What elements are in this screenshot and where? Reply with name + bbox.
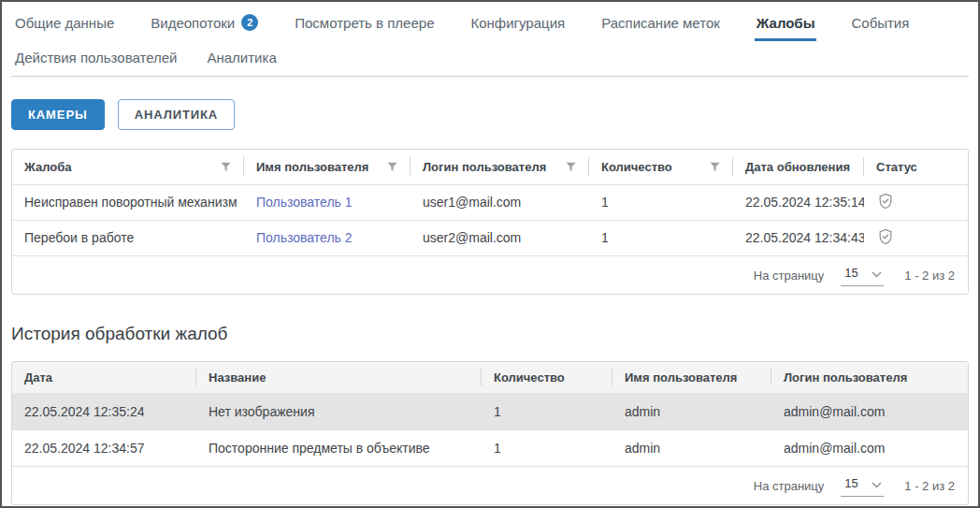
history-section-title: История обработки жалоб xyxy=(11,324,969,344)
count-cell: 1 xyxy=(482,429,612,466)
column-header-updated-date: Дата обновления xyxy=(733,150,864,184)
tab-label: Видеопотоки xyxy=(151,15,235,31)
tab-mark-schedule[interactable]: Расписание меток xyxy=(599,15,722,41)
count-cell: 1 xyxy=(482,393,612,429)
shield-check-icon xyxy=(876,192,895,210)
per-page-label: На страницу xyxy=(754,479,825,493)
date-cell: 22.05.2024 12:34:57 xyxy=(12,429,196,466)
table-row-highlighted[interactable]: 22.05.2024 12:35:24 Нет изображения 1 ad… xyxy=(12,393,968,429)
complaint-cell: Неисправен поворотный механизм xyxy=(12,184,244,220)
user-name-link[interactable]: Пользователь 2 xyxy=(256,230,353,245)
filter-icon[interactable] xyxy=(566,162,576,172)
shield-check-icon xyxy=(876,227,895,246)
column-header-count: Количество xyxy=(482,362,612,393)
filter-icon[interactable] xyxy=(221,162,231,172)
count-cell: 1 xyxy=(589,184,733,220)
complaints-table-card: Жалоба Имя пользователя xyxy=(11,149,969,295)
tab-view-in-player[interactable]: Посмотреть в плеере xyxy=(293,15,436,41)
tab-configuration[interactable]: Конфигурация xyxy=(468,15,567,41)
tab-row-primary: Общие данные Видеопотоки 2 Посмотреть в … xyxy=(13,14,967,41)
filter-icon[interactable] xyxy=(710,162,720,172)
pagination-range: 1 - 2 из 2 xyxy=(904,269,955,283)
column-header-user-name: Имя пользователя xyxy=(612,362,771,393)
per-page-select[interactable]: 15 xyxy=(841,265,884,286)
tab-general-data[interactable]: Общие данные xyxy=(13,15,116,41)
tab-label: Действия пользователей xyxy=(15,50,177,65)
tab-label: Аналитика xyxy=(207,50,276,65)
user-login-cell: admin@mail.com xyxy=(771,429,968,466)
name-cell: Посторонние предметы в объективе xyxy=(196,429,482,466)
tab-label: Посмотреть в плеере xyxy=(295,15,434,31)
camera-complaints-page: Общие данные Видеопотоки 2 Посмотреть в … xyxy=(0,0,980,508)
complaints-table: Жалоба Имя пользователя xyxy=(12,150,968,255)
user-name-cell: admin xyxy=(612,393,771,429)
history-header-row: Дата Название Количество Имя пользовател… xyxy=(12,362,968,393)
per-page-value: 15 xyxy=(844,476,858,490)
tab-row-secondary: Действия пользователей Аналитика xyxy=(13,50,967,76)
column-header-user-name: Имя пользователя xyxy=(244,150,411,184)
tab-label: Общие данные xyxy=(15,15,114,31)
tab-complaints[interactable]: Жалобы xyxy=(755,15,817,41)
tab-user-actions[interactable]: Действия пользователей xyxy=(13,50,179,76)
column-header-user-login: Логин пользователя xyxy=(411,150,589,184)
column-header-date: Дата xyxy=(12,362,196,393)
user-login-cell: user1@mail.com xyxy=(411,184,589,220)
updated-date-cell: 22.05.2024 12:34:43 xyxy=(733,220,864,255)
column-header-status: Статус xyxy=(864,150,968,184)
filter-icon[interactable] xyxy=(387,162,397,172)
toolbar: КАМЕРЫ АНАЛИТИКА xyxy=(11,99,969,130)
tab-label: Расписание меток xyxy=(601,15,720,31)
history-table: Дата Название Количество Имя пользовател… xyxy=(12,362,968,466)
user-login-cell: user2@mail.com xyxy=(411,220,589,255)
tab-label: События xyxy=(851,15,909,31)
user-login-cell: admin@mail.com xyxy=(771,393,968,429)
chevron-down-icon xyxy=(872,265,882,282)
name-cell: Нет изображения xyxy=(196,393,482,429)
column-header-user-login: Логин пользователя xyxy=(771,362,968,393)
table-row[interactable]: 22.05.2024 12:34:57 Посторонние предметы… xyxy=(12,429,968,466)
count-cell: 1 xyxy=(589,220,733,255)
tab-label: Жалобы xyxy=(757,15,815,31)
cameras-button[interactable]: КАМЕРЫ xyxy=(11,99,105,130)
history-table-card: Дата Название Количество Имя пользовател… xyxy=(11,361,969,505)
complaint-cell: Перебои в работе xyxy=(12,220,244,255)
pagination-range: 1 - 2 из 2 xyxy=(904,479,955,493)
tab-label: Конфигурация xyxy=(470,15,565,31)
analytics-button[interactable]: АНАЛИТИКА xyxy=(118,99,236,130)
column-header-count: Количество xyxy=(589,150,733,184)
complaints-header-row: Жалоба Имя пользователя xyxy=(12,150,968,184)
tab-video-streams[interactable]: Видеопотоки 2 xyxy=(149,14,260,41)
video-streams-count-badge: 2 xyxy=(241,14,258,31)
column-header-name: Название xyxy=(196,362,482,393)
tab-events[interactable]: События xyxy=(849,15,911,41)
tabs-divider xyxy=(11,76,969,77)
updated-date-cell: 22.05.2024 12:35:14 xyxy=(733,184,864,220)
user-name-cell: admin xyxy=(612,429,771,466)
table-row[interactable]: Неисправен поворотный механизм Пользоват… xyxy=(12,184,968,220)
tab-analytics[interactable]: Аналитика xyxy=(205,50,278,76)
per-page-label: На страницу xyxy=(754,269,825,283)
table-row[interactable]: Перебои в работе Пользователь 2 user2@ma… xyxy=(12,220,968,255)
date-cell: 22.05.2024 12:35:24 xyxy=(12,393,196,429)
history-table-footer: На страницу 15 1 - 2 из 2 xyxy=(12,466,968,504)
per-page-value: 15 xyxy=(844,266,858,280)
complaints-table-footer: На страницу 15 1 - 2 из 2 xyxy=(12,255,968,294)
chevron-down-icon xyxy=(872,475,882,492)
column-header-complaint: Жалоба xyxy=(12,150,244,184)
user-name-link[interactable]: Пользователь 1 xyxy=(256,195,353,210)
per-page-select[interactable]: 15 xyxy=(841,475,884,497)
tab-bar: Общие данные Видеопотоки 2 Посмотреть в … xyxy=(2,2,978,76)
